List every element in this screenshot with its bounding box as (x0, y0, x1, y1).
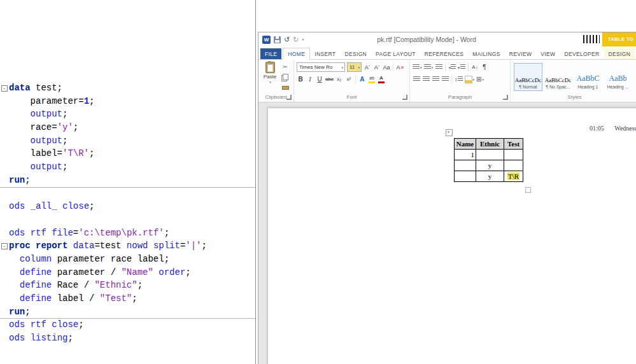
table-cell[interactable] (455, 171, 476, 182)
code-area[interactable]: -data test; parameter=1; output; race='y… (0, 81, 255, 345)
code-line[interactable] (0, 187, 255, 200)
code-line[interactable]: define Race / "Ethnic"; (0, 279, 255, 292)
copy-button[interactable] (281, 73, 289, 81)
highlight-color-button[interactable]: ab (368, 75, 376, 84)
table-header-cell[interactable]: Test (504, 139, 523, 150)
code-line[interactable]: parameter=1; (0, 95, 255, 108)
code-line[interactable]: define parameter / "Name" order; (0, 266, 255, 279)
page[interactable]: 01:05 Wednesd NameEthnicTest1yyT\R (267, 108, 636, 364)
tab-mailings[interactable]: MAILINGS (468, 48, 504, 59)
superscript-button[interactable]: x² (345, 75, 353, 84)
code-line[interactable]: column parameter race label; (0, 253, 255, 266)
tab-design[interactable]: DESIGN (604, 48, 635, 59)
table-move-handle-icon[interactable] (446, 129, 453, 136)
undo-icon[interactable]: ↺ (284, 36, 290, 43)
style-preview: AaBbCcDc (545, 77, 572, 83)
code-line[interactable]: -data test; (0, 81, 255, 95)
code-line[interactable]: race='y'; (0, 121, 255, 134)
table-cell[interactable] (504, 160, 523, 171)
table-cell[interactable] (504, 150, 523, 160)
code-line[interactable]: define label / "Test"; (0, 292, 255, 305)
line-spacing-button[interactable]: ↕ (455, 75, 463, 84)
multilevel-list-button[interactable] (435, 63, 442, 72)
table-cell[interactable]: T\R (504, 171, 523, 182)
borders-button[interactable]: ⊞▾ (476, 75, 484, 84)
tab-file[interactable]: FILE (260, 48, 281, 59)
style-heading-[interactable]: AaBbHeading ... (604, 63, 632, 91)
code-line[interactable]: ods _all_ close; (0, 200, 255, 213)
redo-icon[interactable]: ↻ (293, 36, 299, 43)
tab-references[interactable]: REFERENCES (420, 48, 469, 59)
table-cell[interactable] (476, 150, 504, 160)
sort-button[interactable]: A↓ (471, 63, 479, 72)
code-line[interactable]: run; (0, 305, 255, 319)
table-cell[interactable]: y (476, 171, 504, 182)
word-titlebar[interactable]: W ↺ ↻ ▾ pk.rtf [Compatibility Mode] - Wo… (258, 32, 636, 46)
code-line[interactable]: ods listing; (0, 332, 255, 345)
tab-page-layout[interactable]: PAGE LAYOUT (371, 48, 420, 59)
code-line[interactable]: label='T\R'; (0, 147, 255, 160)
tab-design[interactable]: DESIGN (340, 48, 371, 59)
ribbon-group-paragraph: ▾ ▾ ◂ ▸ A↓ ¶ ↕ ▾ (410, 60, 511, 102)
save-icon[interactable] (274, 36, 281, 43)
grow-font-button[interactable]: A (364, 63, 371, 72)
code-line[interactable] (0, 213, 255, 227)
table-header-cell[interactable]: Name (455, 139, 476, 150)
bullets-button[interactable]: ▾ (413, 63, 422, 72)
sas-editor-window[interactable]: -data test; parameter=1; output; race='y… (0, 0, 256, 364)
format-painter-button[interactable] (281, 83, 289, 92)
shrink-font-button[interactable]: A (373, 63, 381, 72)
paragraph-dialog-launcher-icon[interactable] (503, 95, 508, 100)
rtf-table[interactable]: NameEthnicTest1yyT\R (454, 138, 523, 182)
tab-view[interactable]: VIEW (536, 48, 560, 59)
table-cell[interactable] (455, 160, 476, 171)
code-line[interactable]: output; (0, 134, 255, 148)
qat-customize-icon[interactable]: ▾ (302, 38, 304, 41)
code-line[interactable]: ods rtf file='c:\temp\pk.rtf'; (0, 227, 255, 240)
text-effects-button[interactable]: A (358, 75, 366, 84)
bold-button[interactable]: B (297, 75, 304, 84)
fold-collapse-icon[interactable]: - (1, 85, 8, 92)
code-line[interactable]: output; (0, 160, 255, 174)
style--normal[interactable]: AaBbCcDc¶ Normal (514, 63, 542, 91)
font-dialog-launcher-icon[interactable] (402, 95, 407, 100)
document-area[interactable]: 01:05 Wednesd NameEthnicTest1yyT\R (258, 102, 636, 364)
fold-collapse-icon[interactable]: - (1, 243, 8, 249)
table-header-cell[interactable]: Ethnic (476, 139, 504, 150)
code-line[interactable]: ods rtf close; (0, 318, 255, 332)
code-line[interactable]: output; (0, 108, 255, 121)
subscript-button[interactable]: x₂ (336, 75, 343, 84)
cut-button[interactable]: ✂ (281, 62, 289, 71)
increase-indent-button[interactable]: ▸ (458, 63, 465, 72)
table-resize-handle[interactable] (525, 187, 531, 193)
font-size-combo[interactable]: 11 ▾ (347, 62, 362, 72)
font-name-combo[interactable]: Times New Ro ▾ (297, 62, 345, 72)
font-color-button[interactable]: A (378, 75, 385, 84)
italic-button[interactable]: I (306, 75, 314, 84)
tab-review[interactable]: REVIEW (505, 48, 537, 59)
underline-button[interactable]: U (316, 75, 323, 84)
align-left-button[interactable] (413, 75, 420, 84)
paste-button[interactable]: Paste ▾ (261, 62, 279, 94)
align-right-button[interactable] (432, 75, 439, 84)
tab-home[interactable]: HOME (283, 48, 310, 60)
style-heading-1[interactable]: AaBbCHeading 1 (574, 63, 602, 91)
clear-formatting-button[interactable]: A (396, 63, 404, 72)
code-line[interactable]: -proc report data=test nowd split='|'; (0, 239, 255, 253)
table-cell[interactable]: 1 (455, 150, 476, 160)
decrease-indent-button[interactable]: ◂ (448, 63, 456, 72)
align-center-button[interactable] (422, 75, 430, 84)
code-line[interactable]: run; (0, 174, 255, 187)
strikethrough-button[interactable]: abc (325, 75, 334, 84)
change-case-button[interactable]: Aa (383, 63, 390, 72)
table-cell[interactable]: y (476, 160, 504, 171)
justify-button[interactable] (441, 75, 449, 84)
tab-developer[interactable]: DEVELOPER (560, 48, 604, 59)
word-logo-icon[interactable]: W (262, 36, 271, 44)
shading-button[interactable]: ▾ (465, 75, 475, 84)
style--no-spac-[interactable]: AaBbCcDc¶ No Spac... (544, 63, 572, 91)
clipboard-dialog-launcher-icon[interactable] (286, 95, 292, 100)
numbering-button[interactable]: ▾ (424, 63, 434, 72)
tab-insert[interactable]: INSERT (310, 48, 340, 59)
show-paragraph-marks-button[interactable]: ¶ (481, 63, 488, 72)
